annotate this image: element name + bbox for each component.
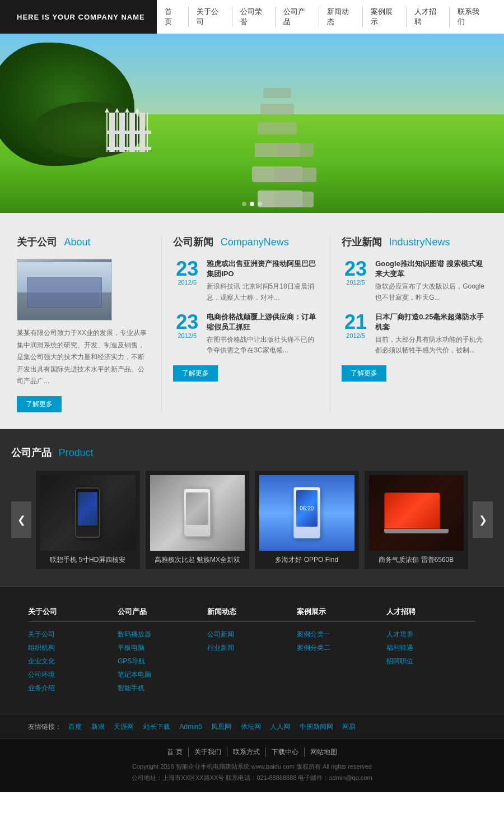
nav-item-2[interactable]: 公司荣誉 [232, 7, 276, 27]
product-card-3[interactable]: 06:20 多海才好 OPPO Find [255, 471, 359, 569]
about-title: 关于公司 [17, 236, 57, 248]
nav-item-1[interactable]: 关于公司 [189, 7, 232, 27]
company-news-title-en: CompanyNews [221, 236, 289, 248]
product-img-3: 06:20 [259, 475, 354, 551]
footer-link-talent-2[interactable]: 福利待遇 [386, 643, 476, 653]
footer-bottom-sitemap[interactable]: 网站地图 [305, 747, 343, 757]
nav-item-0[interactable]: 首 页 [157, 7, 189, 27]
banner-dot-2[interactable] [250, 202, 254, 206]
nav-item-7[interactable]: 联系我们 [450, 7, 493, 27]
footer-link-about-4[interactable]: 公司环境 [28, 670, 118, 680]
products-title: 公司产品 [11, 447, 52, 458]
footer-link-cases-1[interactable]: 案例分类一 [297, 630, 386, 639]
carousel-next-btn[interactable]: ❯ [473, 501, 493, 538]
news-title[interactable]: 雅虎或出售亚洲资产推动阿里巴巴集团IPO [207, 259, 319, 279]
footer-col-news: 新闻动态 公司新闻 行业新闻 [207, 607, 297, 697]
footer-top: 关于公司 关于公司 组织机构 企业文化 公司环境 业务介绍 公司产品 数码播放器… [0, 586, 504, 714]
footer-link-talent-1[interactable]: 人才培养 [386, 630, 476, 639]
footer-col-title-talent: 人才招聘 [386, 607, 476, 622]
friendly-link-tianya[interactable]: 天涯网 [114, 723, 134, 731]
friendly-link-163[interactable]: 网易 [342, 723, 356, 731]
friendly-link-sina[interactable]: 新浪 [91, 723, 105, 731]
product-card-2[interactable]: 高雅极次比起 魅族MX全新双 [146, 471, 250, 569]
footer-copyright: Copyright 2018 智能企业手机电脑建站系统 www.baidu.co… [11, 761, 493, 773]
friendly-link-renren[interactable]: 人人网 [270, 723, 290, 731]
footer-col-title-news: 新闻动态 [207, 607, 297, 622]
product-name-3: 多海才好 OPPO Find [259, 555, 354, 565]
footer-link-about-1[interactable]: 关于公司 [28, 630, 118, 639]
footer-bottom-download[interactable]: 下载中心 [266, 747, 305, 757]
ind-news-title-2[interactable]: 日本厂商打造0.25毫米超薄防水手机套 [375, 312, 487, 332]
footer-link-talent-3[interactable]: 招聘职位 [386, 657, 476, 666]
footer-link-about-2[interactable]: 组织机构 [28, 643, 118, 653]
friendly-link-cnn[interactable]: 中国新闻网 [300, 723, 333, 731]
company-news-col: 公司新闻 CompanyNews 23 2012/5 雅虎或出售亚洲资产推动阿里… [173, 235, 319, 412]
news-date-block-2: 23 2012/5 [173, 312, 201, 356]
product-img-2 [150, 475, 245, 551]
footer-link-about-3[interactable]: 企业文化 [28, 657, 118, 666]
friendly-links-bar: 友情链接： 百度 新浪 天涯网 站长下载 Admin5 凤凰网 体坛网 人人网 … [0, 714, 504, 738]
footer-link-about-5[interactable]: 业务介绍 [28, 684, 118, 693]
friendly-link-baidu[interactable]: 百度 [68, 723, 82, 731]
header: HERE IS YOUR COMPANY NAME 首 页关于公司公司荣誉公司产… [0, 0, 504, 34]
product-name-4: 商务气质浓郁 雷普6560B [369, 555, 464, 565]
products-title-en: Product [58, 447, 93, 458]
company-news-learn-more[interactable]: 了解更多 [173, 365, 218, 382]
footer-col-title-cases: 案例展示 [297, 607, 386, 622]
about-news-section: 关于公司 About 某某有限公司致力于XX业的发展，专业从事集中润滑系统的研究… [0, 213, 504, 429]
about-col: 关于公司 About 某某有限公司致力于XX业的发展，专业从事集中润滑系统的研究… [17, 235, 150, 412]
footer-bottom-nav: 首 页 关于我们 联系方式 下载中心 网站地图 [11, 747, 493, 757]
company-name: HERE IS YOUR COMPANY NAME [0, 13, 157, 21]
friendly-link-zzdl[interactable]: 站长下载 [143, 723, 170, 731]
product-card-1[interactable]: 联想手机 5寸HD屏四核安 [36, 471, 140, 569]
footer-link-products-3[interactable]: GPS导航 [118, 657, 207, 666]
friendly-links-label: 友情链接： [28, 723, 62, 731]
footer-link-news-2[interactable]: 行业新闻 [207, 643, 297, 653]
footer-col-products: 公司产品 数码播放器 平板电脑 GPS导航 笔记本电脑 智能手机 [118, 607, 207, 697]
about-learn-more[interactable]: 了解更多 [17, 396, 62, 412]
carousel-prev-btn[interactable]: ❮ [11, 501, 31, 538]
industry-news-item-1: 23 2012/5 Google推出知识图谱 搜索模式迎来大变革 微软必应宣布了… [342, 259, 487, 303]
company-news-title: 公司新闻 [173, 236, 213, 248]
industry-news-title: 行业新闻 [342, 236, 382, 248]
banner-dots [242, 202, 262, 206]
friendly-link-tiyue[interactable]: 体坛网 [241, 723, 261, 731]
footer-link-news-1[interactable]: 公司新闻 [207, 630, 297, 639]
nav-item-6[interactable]: 人才招聘 [407, 7, 450, 27]
news-title-2[interactable]: 电商价格战颠覆上游供应商：订单缩假员工抓狂 [207, 312, 319, 332]
products-grid: 联想手机 5寸HD屏四核安 高雅极次比起 魅族MX全新双 06:20 [36, 471, 468, 569]
industry-news-learn-more[interactable]: 了解更多 [342, 365, 386, 382]
ind-date-block-1: 23 2012/5 [342, 259, 370, 303]
footer-bottom-contact[interactable]: 联系方式 [227, 747, 266, 757]
ind-news-title-1[interactable]: Google推出知识图谱 搜索模式迎来大变革 [375, 259, 487, 279]
nav-item-3[interactable]: 公司产品 [276, 7, 319, 27]
products-carousel: ❮ 联想手机 5寸HD屏四核安 [11, 471, 493, 569]
footer-link-products-2[interactable]: 平板电脑 [118, 643, 207, 653]
ind-news-desc-1: 微软必应宣布了大改版以后，Google也不甘寂寞，昨天G... [375, 281, 487, 303]
product-card-4[interactable]: 商务气质浓郁 雷普6560B [365, 471, 469, 569]
nav-item-5[interactable]: 案例展示 [363, 7, 407, 27]
about-text: 某某有限公司致力于XX业的发展，专业从事集中润滑系统的研究、开发、制造及销售，是… [17, 327, 150, 388]
footer-col-talent: 人才招聘 人才培养 福利待遇 招聘职位 [386, 607, 476, 697]
footer-col-about: 关于公司 关于公司 组织机构 企业文化 公司环境 业务介绍 [28, 607, 118, 697]
banner-dot-1[interactable] [242, 202, 246, 206]
footer-link-products-5[interactable]: 智能手机 [118, 684, 207, 693]
about-title-en: About [64, 236, 90, 248]
footer-col-cases: 案例展示 案例分类一 案例分类二 [297, 607, 386, 697]
banner-dot-3[interactable] [258, 202, 262, 206]
news-desc-2: 在图书价格战中让出版社头痛不已的争夺供需之争在3C家电领... [207, 334, 319, 356]
friendly-link-admin5[interactable]: Admin5 [179, 723, 202, 731]
footer-link-products-1[interactable]: 数码播放器 [118, 630, 207, 639]
footer-bottom-home[interactable]: 首 页 [161, 747, 188, 757]
company-news-item-1: 23 2012/5 雅虎或出售亚洲资产推动阿里巴巴集团IPO 新浪科技讯 北京时… [173, 259, 319, 303]
footer-bottom-about[interactable]: 关于我们 [189, 747, 227, 757]
footer-bottom: 首 页 关于我们 联系方式 下载中心 网站地图 Copyright 2018 智… [0, 738, 504, 792]
nav-item-4[interactable]: 新闻动态 [319, 7, 363, 27]
product-name-1: 联想手机 5寸HD屏四核安 [40, 555, 136, 565]
product-name-2: 高雅极次比起 魅族MX全新双 [150, 555, 245, 565]
ind-date-block-2: 21 2012/5 [342, 312, 370, 356]
friendly-link-fenghuang[interactable]: 凤凰网 [211, 723, 231, 731]
footer-link-products-4[interactable]: 笔记本电脑 [118, 670, 207, 680]
footer-link-cases-2[interactable]: 案例分类二 [297, 643, 386, 653]
news-date-block: 23 2012/5 [173, 259, 201, 303]
